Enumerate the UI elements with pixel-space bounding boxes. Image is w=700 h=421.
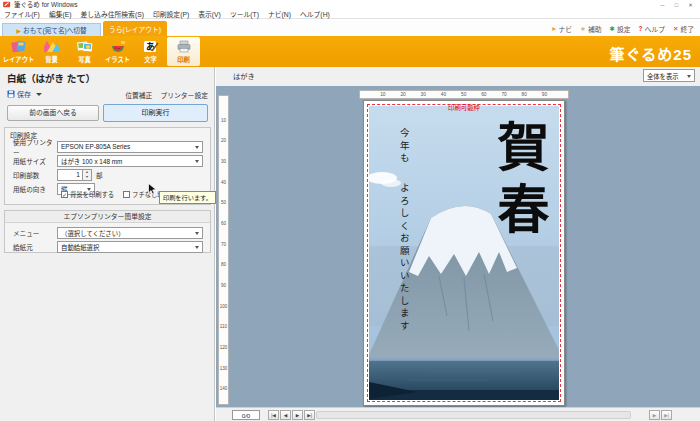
illustration-icon	[110, 39, 126, 54]
checkbox-icon[interactable]	[123, 191, 130, 198]
nav-next2-button[interactable]: ▶	[649, 410, 660, 420]
calligraphy-gashun[interactable]: 賀春	[493, 120, 545, 244]
copies-unit: 部	[96, 170, 103, 180]
print-execute-button[interactable]: 印刷実行	[103, 104, 208, 122]
app-icon	[3, 1, 11, 8]
tab-row: ▶ おもて(宛て名)へ切替 うら(レイアウト) ➤ナビ ★補助 ✱設定 ?ヘルプ…	[0, 20, 700, 36]
menu-bar: ファイル(F) 編集(E) 差し込み住所検索(S) 印刷設定(P) 表示(V) …	[0, 9, 700, 19]
nav-next-button[interactable]: ▶	[292, 410, 303, 420]
left-settings-panel: 白紙（はがき たて） 保存 位置補正 プリンター設定 前の画面へ戻る 印刷実行 …	[0, 67, 215, 421]
horizontal-ruler: 102030405060708090	[359, 90, 569, 99]
zoom-select[interactable]: 全体を表示	[643, 69, 695, 82]
chevron-down-icon	[195, 160, 199, 163]
menu-label: メニュー	[5, 228, 57, 238]
gear-icon: ✱	[610, 26, 615, 33]
checkbox-print-background[interactable]: 背景を印刷する	[61, 190, 114, 199]
greeting-text[interactable]: 今年も よろしくお願いいたします	[397, 128, 411, 333]
toolbar-layout-button[interactable]: レイアウト	[2, 37, 35, 66]
layout-icon	[11, 39, 27, 54]
tab-back-layout[interactable]: うら(レイアウト)	[103, 21, 167, 36]
nav-first-button[interactable]: |◀	[268, 410, 279, 420]
nav-last-button[interactable]: ▶|	[304, 410, 315, 420]
minimize-button[interactable]: ─	[656, 1, 669, 9]
vertical-ruler: 102030405060708090100110120130140	[218, 95, 229, 405]
help-button[interactable]: ?ヘルプ	[639, 24, 665, 34]
close-x-icon: ✕	[673, 26, 678, 33]
page-title: 白紙（はがき たて）	[7, 71, 95, 85]
save-icon	[7, 90, 15, 98]
position-correct-link[interactable]: 位置補正	[125, 90, 152, 100]
menu-tools[interactable]: ツール(T)	[230, 9, 259, 19]
toolbar-text-button[interactable]: あ 文字	[134, 37, 167, 66]
nav-last2-button[interactable]: ▶|	[661, 410, 672, 420]
assist-button[interactable]: ★補助	[580, 24, 601, 34]
record-nav: |◀ ◀ ▶ ▶|	[268, 410, 315, 420]
canvas-header: はがき 全体を表示	[216, 67, 700, 86]
printable-area-label: 印刷可能枠	[364, 103, 564, 112]
paper-feed-select[interactable]: 自動給紙選択	[57, 241, 203, 253]
tab-front-label: おもて(宛て名)へ切替	[23, 25, 86, 35]
main-toolbar: レイアウト 背景 写真 イラスト あ 文字 印刷 筆ぐるめ25	[0, 36, 700, 67]
maximize-button[interactable]: □	[670, 1, 683, 9]
nav-prev-button[interactable]: ◀	[280, 410, 291, 420]
copies-label: 印刷部数	[5, 170, 57, 180]
menu-help[interactable]: ヘルプ(H)	[300, 9, 330, 19]
spin-down-icon[interactable]: ▼	[83, 175, 91, 180]
menu-view[interactable]: 表示(V)	[198, 9, 221, 19]
text-icon: あ	[143, 39, 159, 54]
menu-merge-address-search[interactable]: 差し込み住所検索(S)	[81, 9, 144, 19]
menu-navi[interactable]: ナビ(N)	[268, 9, 291, 19]
record-nav-right: ▶ ▶|	[649, 410, 672, 420]
epson-settings-title: エプソンプリンター簡単設定	[5, 211, 210, 223]
chevron-down-icon[interactable]	[36, 93, 42, 96]
photo-icon	[77, 39, 93, 54]
arrow-right-icon: ▶	[16, 27, 21, 34]
chevron-down-icon	[687, 75, 691, 78]
exit-button[interactable]: ✕終了	[673, 24, 694, 34]
navi-button[interactable]: ➤ナビ	[551, 24, 572, 34]
app-window: 筆ぐるめ for Windows ─ □ ✕ ファイル(F) 編集(E) 差し込…	[0, 0, 700, 421]
toolbar-photo-button[interactable]: 写真	[68, 37, 101, 66]
fuji-photo: 賀春 今年も よろしくお願いいたします	[369, 106, 559, 400]
nav-track	[316, 411, 631, 419]
status-bar: 0/0 |◀ ◀ ▶ ▶| ▶ ▶|	[216, 407, 700, 421]
spinner-arrows[interactable]: ▲▼	[83, 169, 92, 181]
postcard-preview[interactable]: 賀春 今年も よろしくお願いいたします 印刷可能枠	[363, 100, 565, 406]
epson-easy-settings-group: エプソンプリンター簡単設定 メニュー （選択してください） 給紙元 自動給紙選択	[4, 210, 211, 253]
menu-select[interactable]: （選択してください）	[57, 227, 203, 239]
paper-size-select[interactable]: はがき 100 x 148 mm	[57, 155, 203, 167]
toolbar-background-button[interactable]: 背景	[35, 37, 68, 66]
mouse-cursor	[148, 183, 157, 195]
paper-size-label: 用紙サイズ	[5, 156, 57, 166]
question-icon: ?	[639, 26, 643, 33]
svg-text:あ: あ	[146, 42, 155, 52]
print-tooltip: 印刷を行います。	[159, 191, 216, 204]
checkbox-icon[interactable]	[61, 191, 68, 198]
print-icon	[176, 39, 192, 54]
chevron-down-icon	[195, 246, 199, 249]
menu-print-settings[interactable]: 印刷設定(P)	[153, 9, 189, 19]
copies-stepper[interactable]: 1 ▲▼ 部	[57, 169, 103, 181]
copies-input[interactable]: 1	[57, 169, 83, 181]
tab-front-switch[interactable]: ▶ おもて(宛て名)へ切替	[2, 23, 101, 36]
printer-select[interactable]: EPSON EP-805A Series	[57, 141, 203, 153]
menu-file[interactable]: ファイル(F)	[4, 9, 40, 19]
close-button[interactable]: ✕	[684, 1, 697, 9]
printer-setup-link[interactable]: プリンター設定	[160, 90, 208, 100]
settings-button[interactable]: ✱設定	[610, 24, 631, 34]
orientation-label: 用紙の向き	[5, 184, 57, 194]
chevron-down-icon	[195, 232, 199, 235]
star-icon: ★	[580, 26, 586, 33]
toolbar-print-button[interactable]: 印刷	[167, 37, 200, 66]
preview-canvas[interactable]: 102030405060708090100110120130140 102030…	[216, 86, 700, 407]
brand-logo: 筆ぐるめ25	[610, 43, 692, 64]
save-button[interactable]: 保存	[7, 89, 42, 99]
quick-bar: ➤ナビ ★補助 ✱設定 ?ヘルプ ✕終了	[551, 24, 694, 34]
menu-edit[interactable]: 編集(E)	[49, 9, 72, 19]
record-counter: 0/0	[232, 410, 260, 420]
paper-feed-label: 給紙元	[5, 242, 57, 252]
navi-icon: ➤	[551, 26, 556, 33]
back-button[interactable]: 前の画面へ戻る	[7, 105, 99, 121]
sheet-type-label: はがき	[233, 71, 255, 81]
toolbar-illustration-button[interactable]: イラスト	[101, 37, 134, 66]
